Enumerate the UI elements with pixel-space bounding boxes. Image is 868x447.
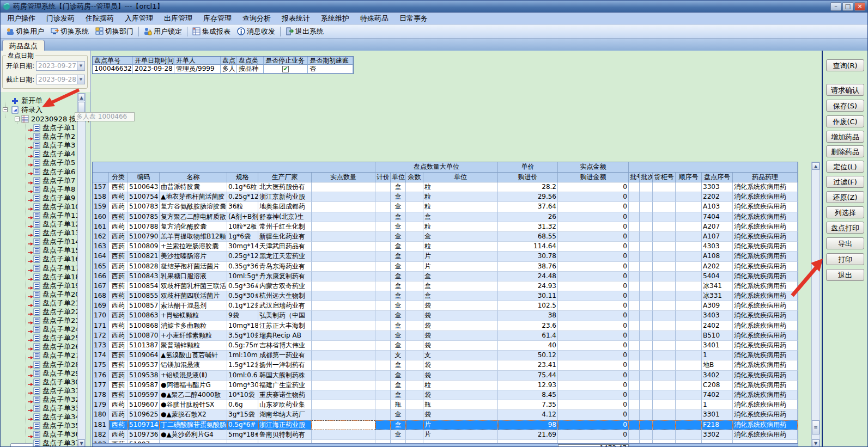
- header-cell[interactable]: 规格: [227, 173, 258, 182]
- tree-item-suborder[interactable]: 盘点子单35: [1, 421, 82, 430]
- tree-item-suborder[interactable]: 盘点子单10: [1, 203, 82, 211]
- table-row[interactable]: 178西药5109597●▲聚乙二醇4000散10*10袋重庆赛诺生物药盒袋8.…: [93, 390, 798, 400]
- tree-item-suborder[interactable]: 盘点子单29: [1, 369, 82, 378]
- tree-item-suborder[interactable]: 盘点子单1: [1, 124, 82, 132]
- toolbar-message[interactable]: 消息收发: [234, 26, 278, 38]
- tree-item-batch[interactable]: − 20230928 按品种: [1, 115, 82, 124]
- tree-item-new-order[interactable]: 新开单: [1, 96, 82, 105]
- header-cell[interactable]: 名称: [160, 173, 227, 182]
- table-row[interactable]: 160西药5100785复方聚乙二醇电解质散(A剂+B剂舒泰神(北京)生盒盒26…: [93, 212, 798, 222]
- menu-item[interactable]: 报表统计: [276, 12, 315, 25]
- header-cell[interactable]: 是否期初建账: [308, 57, 353, 65]
- locate-button[interactable]: 定位(L): [826, 161, 864, 173]
- tree-item-suborder[interactable]: 盘点子单21: [1, 299, 82, 308]
- scrollbar-thumb[interactable]: ≡: [812, 420, 820, 434]
- table-row[interactable]: 165西药5100828凝结芽孢杆菌活菌片0.35g*36青岛东海药业有盒片38…: [93, 262, 798, 272]
- tree-item-suborder[interactable]: 盘点子单25: [1, 334, 82, 342]
- scroll-up-icon[interactable]: ▲: [812, 162, 820, 170]
- tree-item-suborder[interactable]: 盘点子单19: [1, 281, 82, 290]
- delete-drug-button[interactable]: 删除药品: [826, 145, 864, 157]
- header-cell[interactable]: 分类: [109, 173, 128, 182]
- header-cell[interactable]: 批号: [629, 173, 640, 182]
- tree-item-pending[interactable]: − 待录入: [1, 106, 82, 114]
- header-cell[interactable]: 单位: [391, 173, 406, 182]
- tree-item-suborder[interactable]: 盘点子单28: [1, 360, 82, 369]
- header-cell[interactable]: 生产厂家: [258, 173, 312, 182]
- tree-item-suborder[interactable]: 盘点子单12: [1, 220, 82, 229]
- tree-scrollbar[interactable]: ▲ ▼: [77, 93, 86, 447]
- header-cell[interactable]: 货柜号: [653, 173, 676, 182]
- tree-item-suborder[interactable]: 盘点子单23: [1, 316, 82, 325]
- tree-item-suborder[interactable]: 盘点子单27: [1, 351, 82, 360]
- table-row[interactable]: 170西药5100863+胃铋镁颗粒9袋弘美制药（中国盒袋3803403消化系统…: [93, 311, 798, 321]
- scroll-down-icon[interactable]: ▼: [78, 439, 85, 447]
- minimize-button[interactable]: –: [830, 2, 841, 11]
- menu-item[interactable]: 用户操作: [2, 12, 41, 25]
- header-cell[interactable]: 盘点类: [237, 57, 264, 65]
- table-row[interactable]: 179西药5109607●谷胱甘肽粉针SX0.6g山东罗欣药业集瓶瓶7.3501…: [93, 400, 798, 410]
- column-select-button[interactable]: 列选择: [826, 206, 864, 218]
- table-row[interactable]: 166西药5100843乳果糖口服溶液10ml:5g*丹东康复制药有盒盒24.4…: [93, 272, 798, 281]
- collapse-icon[interactable]: −: [3, 107, 8, 112]
- menu-item[interactable]: 库存管理: [198, 12, 237, 25]
- table-row[interactable]: 164西药5100821美沙拉嗪肠溶片0.25g*12黑龙江天宏药业盒片30.7…: [93, 252, 798, 261]
- tree-item-suborder[interactable]: 盘点子单4: [1, 150, 82, 158]
- tree-item-suborder[interactable]: 盘点子单16: [1, 255, 82, 264]
- tree-item-suborder[interactable]: 盘点子单32: [1, 395, 82, 404]
- tree-item-suborder[interactable]: 盘点子单17: [1, 264, 82, 273]
- table-row[interactable]: 177西药5109587●阿德福韦酯片G10mg*30#福建广生堂药业盒粒12.…: [93, 381, 798, 390]
- table-row[interactable]: 174西药5109064▲氢溴酸山莨菪碱针1ml:10mg成都第一药业有支支50…: [93, 351, 798, 360]
- tree-item-suborder[interactable]: 盘点子单30: [1, 378, 82, 387]
- table-row[interactable]: 172西药5100870+小麦纤维素颗粒3.5g*10袋瑞典Recip AB盒袋…: [93, 331, 798, 341]
- table-row[interactable]: 157西药5100643曲昔派特胶囊0.1g*6粒北大医药股份有盒粒28.203…: [93, 182, 798, 192]
- cell[interactable]: [312, 420, 375, 430]
- tree-item-suborder[interactable]: 盘点子单24: [1, 325, 82, 334]
- menu-item[interactable]: 住院摆药: [80, 12, 119, 25]
- toolbar-switch-user[interactable]: 切换用户: [3, 26, 47, 38]
- header-cell[interactable]: 购进金额: [558, 173, 629, 182]
- header-cell[interactable]: 编码: [128, 173, 160, 182]
- scroll-down-icon[interactable]: ▼: [812, 439, 820, 447]
- tree-item-suborder[interactable]: 盘点子单9: [1, 194, 82, 203]
- header-cell[interactable]: 购进价: [498, 173, 558, 182]
- save-button[interactable]: 保存(S): [826, 100, 864, 112]
- maximize-button[interactable]: □: [842, 2, 853, 11]
- scrollbar-thumb[interactable]: [78, 102, 85, 113]
- tree-item-suborder[interactable]: 盘点子单5: [1, 158, 82, 167]
- header-cell[interactable]: 开单日期时间: [133, 57, 174, 65]
- table-row[interactable]: 161西药5100788复方消化酶胶囊10粒*2板常州千红生化制盒粒31.320…: [93, 222, 798, 232]
- print-button[interactable]: 打印: [826, 253, 864, 265]
- tree-item-suborder[interactable]: 盘点子单3: [1, 141, 82, 150]
- table-row[interactable]: 176西药5109538+铝镁混悬液(Ⅱ)10ml:0.6韩国大熊制药株盒袋75…: [93, 371, 798, 381]
- export-button[interactable]: 导出: [826, 237, 864, 249]
- tree-item-suborder[interactable]: 盘点子单22: [1, 308, 82, 316]
- tree-item-suborder[interactable]: 盘点子单11: [1, 211, 82, 220]
- header-cell[interactable]: 实点数量: [312, 173, 375, 182]
- table-row[interactable]: 1000466322023-09-28管理员/9999多人按品种✔否: [93, 65, 353, 74]
- tree-item-suborder[interactable]: 盘点子单33: [1, 404, 82, 413]
- table-row[interactable]: 175西药5109537铝镁加混悬液1.5g*12袋扬州一洋制药有盒袋23.41…: [93, 360, 798, 370]
- toolbar-user-lock[interactable]: 用户锁定: [141, 26, 185, 38]
- table-row[interactable]: 181西药5109714丁二磺酸腺苷蛋氨酸肠0.5g*6#浙江海正药业股盒片98…: [93, 420, 798, 430]
- add-drug-button[interactable]: 增加药品: [826, 131, 864, 143]
- table-row[interactable]: 171西药5100868消旋卡多曲颗粒10mg*18袋江苏正大丰海制盒袋23.6…: [93, 321, 798, 331]
- tree-item-suborder[interactable]: 盘点子单2: [1, 132, 82, 141]
- menu-item[interactable]: 入库管理: [119, 12, 159, 25]
- exit-button[interactable]: 退出: [826, 269, 864, 281]
- tree-item-suborder[interactable]: 盘点子单15: [1, 246, 82, 255]
- checkbox-checked-icon[interactable]: ✔: [282, 66, 289, 72]
- tab-drug-inventory[interactable]: 药品盘点: [2, 40, 45, 51]
- restore-button[interactable]: 还原(Z): [826, 191, 864, 203]
- tree-item-suborder[interactable]: 盘点子单6: [1, 167, 82, 176]
- header-cell[interactable]: 是否停止业务: [264, 57, 308, 65]
- toolbar-switch-system[interactable]: 切换系统: [47, 26, 92, 38]
- tree-item-suborder[interactable]: 盘点子单14: [1, 237, 82, 246]
- table-row[interactable]: 167西药5100854双歧杆菌乳杆菌三联活0.5g*36#内蒙古双奇药业盒盒2…: [93, 281, 798, 291]
- tree-item-suborder[interactable]: 盘点子单8: [1, 185, 82, 194]
- query-button[interactable]: 查询(R): [826, 59, 864, 71]
- table-row[interactable]: 158西药5100754▲地衣芽孢杆菌活菌胶0.25g*12浙江京新药业股盒粒2…: [93, 192, 798, 202]
- header-cell[interactable]: 余数: [406, 173, 423, 182]
- table-row[interactable]: 163西药5100809+兰索拉唑肠溶胶囊30mg*14粒天津武田药品有盒粒11…: [93, 242, 798, 252]
- detail-scrollbar[interactable]: ▲ ≡ ▼: [811, 162, 820, 447]
- confirm-request-button[interactable]: 请求确认: [826, 84, 864, 96]
